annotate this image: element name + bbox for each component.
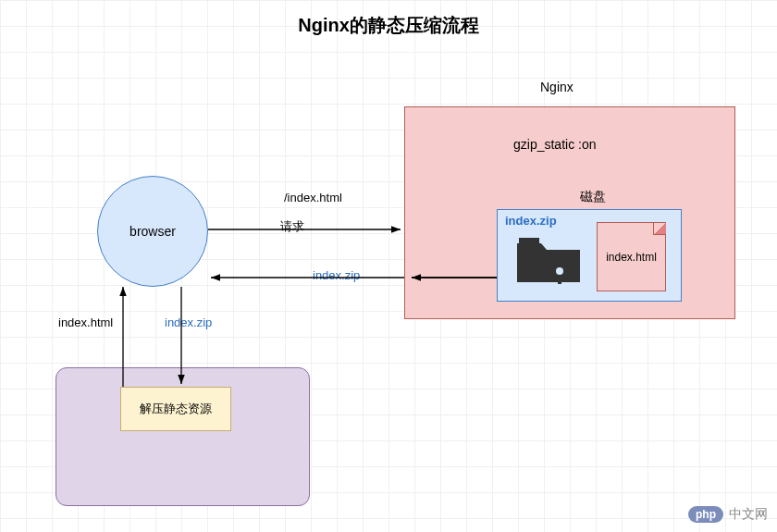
svg-rect-2 [558, 258, 561, 264]
file-corner-icon [653, 222, 666, 235]
index-html-file: index.html [597, 222, 666, 291]
file-label: index.html [606, 251, 657, 264]
svg-rect-0 [519, 238, 539, 245]
php-badge: php [688, 506, 723, 523]
decompress-label: 解压静态资源 [140, 402, 212, 416]
decompress-box: 解压静态资源 [120, 387, 231, 431]
disk-label: 磁盘 [580, 189, 606, 205]
request-path-label: /index.html [284, 191, 342, 204]
watermark: php 中文网 [688, 506, 768, 523]
svg-rect-3 [558, 278, 561, 284]
request-text-label: 请求 [280, 218, 304, 235]
zip-filename-label: index.zip [505, 214, 557, 228]
svg-point-8 [556, 267, 563, 275]
browser-label: browser [130, 224, 176, 239]
watermark-text: 中文网 [729, 506, 768, 523]
folder-gear-icon [515, 236, 582, 287]
up-arrow-label: index.html [58, 315, 113, 329]
diagram-title: Nginx的静态压缩流程 [0, 13, 777, 38]
nginx-label: Nginx [540, 80, 574, 94]
gzip-static-label: gzip_static :on [513, 137, 597, 152]
response-zip-label: index.zip [313, 268, 360, 282]
down-arrow-label: index.zip [165, 315, 212, 329]
browser-node: browser [97, 176, 208, 287]
